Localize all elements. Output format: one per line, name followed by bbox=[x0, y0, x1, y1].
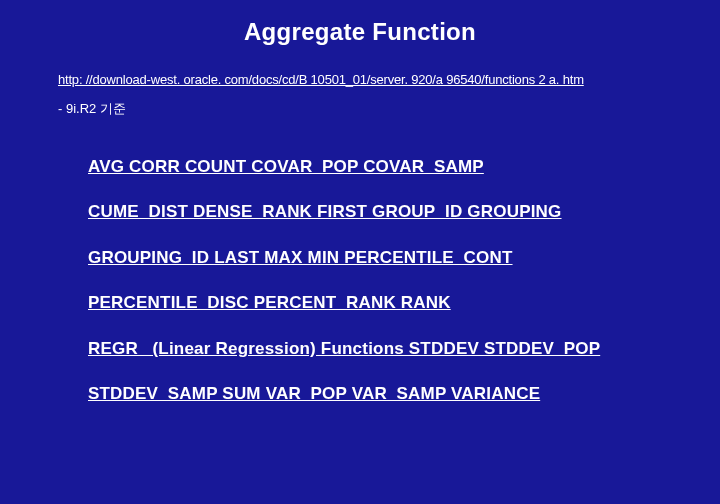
function-line: PERCENTILE_DISC PERCENT_RANK RANK bbox=[88, 280, 662, 325]
function-list: AVG CORR COUNT COVAR_POP COVAR_SAMP CUME… bbox=[58, 144, 662, 416]
function-line: REGR_ (Linear Regression) Functions STDD… bbox=[88, 326, 662, 371]
function-line: STDDEV_SAMP SUM VAR_POP VAR_SAMP VARIANC… bbox=[88, 371, 662, 416]
function-line: AVG CORR COUNT COVAR_POP COVAR_SAMP bbox=[88, 144, 662, 189]
version-note: - 9i.R2 기준 bbox=[58, 100, 662, 118]
reference-url[interactable]: http: //download-west. oracle. com/docs/… bbox=[58, 72, 662, 87]
slide-title: Aggregate Function bbox=[58, 18, 662, 46]
function-line: CUME_DIST DENSE_RANK FIRST GROUP_ID GROU… bbox=[88, 189, 662, 234]
slide: Aggregate Function http: //download-west… bbox=[0, 0, 720, 504]
function-line: GROUPING_ID LAST MAX MIN PERCENTILE_CONT bbox=[88, 235, 662, 280]
